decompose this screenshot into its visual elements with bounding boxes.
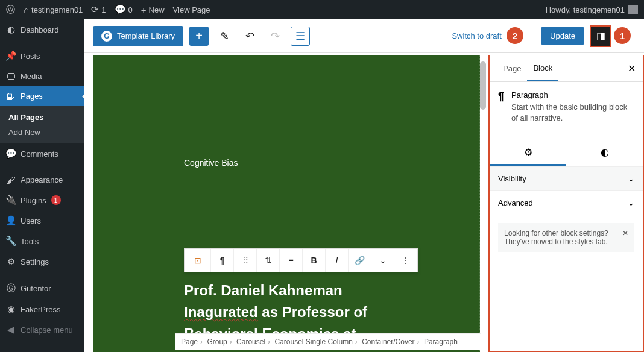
sidebar-submenu: All Pages Add New xyxy=(0,106,84,143)
sidebar-item-plugins[interactable]: 🔌Plugins1 xyxy=(0,190,84,210)
sidebar-item-settings[interactable]: ⚙Settings xyxy=(0,251,84,272)
paragraph-icon: ¶ xyxy=(498,90,504,124)
contrast-icon: ◐ xyxy=(601,146,609,160)
block-more-button[interactable]: ⋮ xyxy=(394,249,417,272)
gutentor-g-icon: G xyxy=(101,31,112,42)
undo-button[interactable]: ↶ xyxy=(240,27,259,46)
new-content[interactable]: +New xyxy=(141,5,165,15)
sidebar-item-tools[interactable]: 🔧Tools xyxy=(0,231,84,251)
howdy-text[interactable]: Howdy, testingemen01 xyxy=(546,5,625,14)
close-notice-button[interactable]: ✕ xyxy=(622,229,628,246)
drag-handle[interactable]: ⠿ xyxy=(234,249,257,272)
cover-block[interactable]: Cognitive Bias ⊡ ¶ ⠿ ⇅ ≡ B I 🔗 ⌄ ⋮ xyxy=(93,55,480,352)
sidebar-item-appearance[interactable]: 🖌Appearance xyxy=(0,170,84,190)
editor-canvas[interactable]: Cognitive Bias ⊡ ¶ ⠿ ⇅ ≡ B I 🔗 ⌄ ⋮ xyxy=(84,53,488,352)
wp-logo[interactable]: ⓦ xyxy=(6,4,15,16)
site-name[interactable]: ⌂testingemen01 xyxy=(24,5,83,15)
wrench-icon: 🔧 xyxy=(6,236,16,247)
user-icon: 👤 xyxy=(6,215,16,226)
comments-count[interactable]: 💬0 xyxy=(115,4,133,15)
sidebar-item-collapse[interactable]: ◀Collapse menu xyxy=(0,319,84,340)
edit-mode-button[interactable]: ✎ xyxy=(215,27,234,46)
styles-subtab[interactable]: ◐ xyxy=(566,140,643,166)
sidebar-item-posts[interactable]: 📌Posts xyxy=(0,46,84,66)
link-button[interactable]: 🔗 xyxy=(349,249,371,272)
gutentor-icon: Ⓖ xyxy=(6,283,16,294)
sidebar-item-gutentor[interactable]: ⒼGutentor xyxy=(0,278,84,299)
chevron-down-icon: ⌄ xyxy=(628,198,634,207)
updates-count[interactable]: ⟳1 xyxy=(91,4,106,15)
sidebar-item-comments[interactable]: 💬Comments xyxy=(0,143,84,164)
editor-content: GTemplate Library + ✎ ↶ ↷ ☰ Switch to dr… xyxy=(84,19,644,352)
admin-bar: ⓦ ⌂testingemen01 ⟳1 💬0 +New View Page Ho… xyxy=(0,0,644,19)
tab-block[interactable]: Block xyxy=(527,55,558,81)
bold-button[interactable]: B xyxy=(303,249,326,272)
avatar[interactable] xyxy=(628,5,638,14)
page-icon: 🗐 xyxy=(6,91,16,101)
block-breadcrumb[interactable]: Page› Group› Carousel› Carousel Single C… xyxy=(175,333,481,350)
sidebar-sub-add-new[interactable]: Add New xyxy=(0,125,84,140)
list-view-button[interactable]: ☰ xyxy=(291,27,310,46)
collapse-icon: ◀ xyxy=(6,324,16,335)
brush-icon: 🖌 xyxy=(6,175,16,185)
more-text-button[interactable]: ⌄ xyxy=(371,249,394,272)
sidebar-item-pages[interactable]: 🗐Pages xyxy=(0,86,84,106)
close-inspector-button[interactable]: ✕ xyxy=(628,63,636,74)
annotation-2: 2 xyxy=(507,27,523,44)
paragraph-label[interactable]: Cognitive Bias xyxy=(184,158,238,168)
settings-inspector: Page Block ✕ ¶ Paragraph Start with the … xyxy=(488,55,644,352)
sidebar-sub-all-pages[interactable]: All Pages xyxy=(0,110,84,125)
sidebar-item-users[interactable]: 👤Users xyxy=(0,210,84,231)
template-library-button[interactable]: GTemplate Library xyxy=(93,26,183,46)
update-button[interactable]: Update xyxy=(541,27,584,45)
dashboard-icon: ◐ xyxy=(6,24,16,35)
parent-selector-button[interactable]: ⊡ xyxy=(185,249,211,272)
settings-toggle-button[interactable]: ◨ xyxy=(590,25,611,47)
plug-icon: 🔌 xyxy=(6,195,16,206)
editor-toolbar: GTemplate Library + ✎ ↶ ↷ ☰ Switch to dr… xyxy=(84,19,644,53)
pin-icon: 📌 xyxy=(6,51,16,61)
styles-notice: Looking for other block settings? They'v… xyxy=(498,223,634,252)
align-button[interactable]: ≡ xyxy=(280,249,303,272)
redo-button[interactable]: ↷ xyxy=(265,27,285,46)
move-buttons[interactable]: ⇅ xyxy=(257,249,280,272)
media-icon: 🖵 xyxy=(6,71,16,81)
sidebar-item-fakerpress[interactable]: ◉FakerPress xyxy=(0,299,84,319)
settings-subtab[interactable]: ⚙ xyxy=(490,140,566,166)
italic-button[interactable]: I xyxy=(326,249,349,272)
view-page-link[interactable]: View Page xyxy=(173,5,210,14)
chevron-down-icon: ⌄ xyxy=(628,174,634,183)
sidebar-item-dashboard[interactable]: ◐Dashboard xyxy=(0,19,84,40)
panel-visibility[interactable]: Visibility⌄ xyxy=(490,166,643,190)
admin-sidebar: ◐Dashboard 📌Posts 🖵Media 🗐Pages All Page… xyxy=(0,19,84,352)
paragraph-type-button[interactable]: ¶ xyxy=(211,249,234,272)
gear-icon: ⚙ xyxy=(524,146,532,158)
scrollbar[interactable] xyxy=(480,61,486,110)
add-block-button[interactable]: + xyxy=(189,27,209,46)
comment-icon: 💬 xyxy=(6,148,16,159)
panel-advanced[interactable]: Advanced⌄ xyxy=(490,190,643,215)
block-name: Paragraph xyxy=(511,90,634,99)
target-icon: ◉ xyxy=(6,304,16,315)
tab-page[interactable]: Page xyxy=(497,55,527,81)
annotation-1: 1 xyxy=(614,27,631,44)
block-description: Start with the basic building block of a… xyxy=(511,102,634,124)
sidebar-item-media[interactable]: 🖵Media xyxy=(0,66,84,86)
plugins-badge: 1 xyxy=(51,195,61,205)
switch-to-draft-button[interactable]: Switch to draft xyxy=(452,31,501,40)
sliders-icon: ⚙ xyxy=(6,256,16,267)
block-toolbar: ⊡ ¶ ⠿ ⇅ ≡ B I 🔗 ⌄ ⋮ xyxy=(184,248,418,272)
